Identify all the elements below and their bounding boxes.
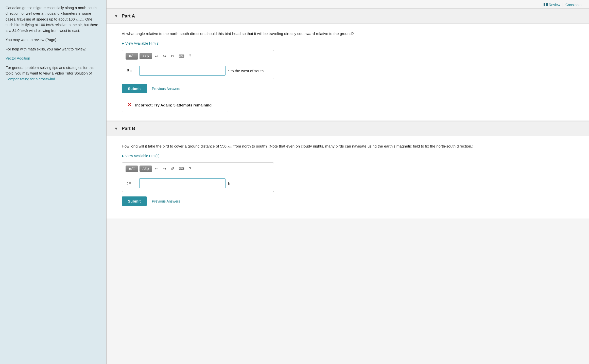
part-a-section: ▼ Part A At what angle relative to the n… — [107, 9, 589, 120]
part-b-submit-row: Submit Previous Answers — [122, 196, 574, 206]
part-b-math-template-icon: ■√□ — [129, 167, 135, 171]
math-template-icon: ■√□ — [129, 54, 135, 58]
help-text: For help with math skills, you may want … — [6, 46, 101, 52]
review-text: You may want to review (Page) . — [6, 37, 101, 43]
part-b-redo-icon: ↪ — [163, 167, 166, 171]
sidebar: Canadian geese migrate essentially along… — [0, 0, 107, 364]
review-icon — [544, 3, 548, 6]
part-b-answer-input[interactable] — [139, 178, 226, 188]
part-a-header[interactable]: ▼ Part A — [107, 9, 589, 24]
help-icon: ? — [189, 54, 191, 58]
part-b-collapse-arrow: ▼ — [114, 126, 118, 131]
redo-button[interactable]: ↪ — [161, 53, 168, 60]
problem-text: Canadian geese migrate essentially along… — [6, 5, 101, 33]
part-a-toolbar: ■√□ AΣφ ↩ ↪ ↺ — [122, 50, 274, 62]
keyboard-icon: ⌨ — [179, 54, 184, 58]
part-b-keyboard-button[interactable]: ⌨ — [177, 165, 186, 172]
part-a-hint-link[interactable]: ▶ View Available Hint(s) — [122, 41, 160, 45]
part-a-eq-label: θ = — [127, 68, 137, 73]
tip-text: For general problem-solving tips and str… — [6, 65, 101, 82]
math-template-button[interactable]: ■√□ — [126, 53, 138, 60]
part-b-symbol-icon: AΣφ — [143, 167, 149, 171]
part-b-math-template-button[interactable]: ■√□ — [126, 166, 138, 172]
part-a-eq-unit: ° to the west of south — [228, 69, 264, 73]
part-b-hint-link[interactable]: ▶ View Available Hint(s) — [122, 154, 160, 158]
vector-addition-link[interactable]: Vector Addition — [6, 56, 30, 60]
symbol-button[interactable]: AΣφ — [140, 53, 152, 59]
part-b-redo-button[interactable]: ↪ — [161, 165, 168, 172]
part-b-undo-icon: ↩ — [155, 167, 158, 171]
reset-button[interactable]: ↺ — [169, 53, 176, 60]
undo-button[interactable]: ↩ — [153, 53, 160, 60]
redo-icon: ↪ — [163, 54, 166, 58]
part-b-reset-button[interactable]: ↺ — [169, 165, 176, 172]
part-b-eq-label: t = — [127, 181, 137, 186]
keyboard-button[interactable]: ⌨ — [177, 53, 186, 60]
part-b-equation-row: t = h — [122, 175, 274, 192]
part-a-submit-row: Submit Previous Answers — [122, 84, 574, 93]
part-b-hint-label: View Available Hint(s) — [125, 154, 160, 158]
part-b-help-icon: ? — [189, 167, 191, 171]
review-link[interactable]: Review — [549, 3, 560, 7]
part-b-section: ▼ Part B How long will it take the bird … — [107, 121, 589, 219]
separator: | — [562, 3, 563, 7]
part-a-collapse-arrow: ▼ — [114, 14, 118, 19]
part-b-title: Part B — [122, 126, 135, 131]
help-button[interactable]: ? — [187, 53, 193, 60]
part-b-input-area: ■√□ AΣφ ↩ ↪ ↺ — [122, 162, 274, 192]
main-content: Review | Constants ▼ Part A At what angl… — [107, 0, 589, 364]
part-b-eq-unit: h — [228, 181, 230, 186]
part-b-question: How long will it take the bird to cover … — [122, 143, 574, 149]
part-b-header[interactable]: ▼ Part B — [107, 121, 589, 136]
undo-icon: ↩ — [155, 54, 158, 58]
error-icon: ✕ — [127, 102, 132, 108]
part-b-symbol-button[interactable]: AΣφ — [140, 166, 152, 172]
hint-arrow-icon: ▶ — [122, 42, 124, 45]
part-b-help-button[interactable]: ? — [187, 166, 193, 172]
part-a-question: At what angle relative to the north-sout… — [122, 31, 574, 37]
top-bar: Review | Constants — [107, 0, 589, 9]
crosswind-link[interactable]: Compensating for a crosswind — [6, 77, 55, 81]
part-b-prev-answers-link[interactable]: Previous Answers — [152, 199, 180, 203]
reset-icon: ↺ — [171, 54, 174, 58]
part-b-keyboard-icon: ⌨ — [179, 167, 184, 171]
svg-rect-1 — [546, 3, 548, 6]
constants-link[interactable]: Constants — [565, 3, 581, 7]
part-b-submit-button[interactable]: Submit — [122, 196, 147, 206]
svg-rect-0 — [544, 3, 545, 6]
part-b-hint-arrow-icon: ▶ — [122, 154, 124, 158]
symbol-icon: AΣφ — [143, 54, 149, 58]
part-a-error-box: ✕ Incorrect; Try Again; 5 attempts remai… — [122, 98, 228, 112]
part-b-reset-icon: ↺ — [171, 167, 174, 171]
error-text: Incorrect; Try Again; 5 attempts remaini… — [135, 103, 212, 107]
part-a-answer-input[interactable] — [139, 66, 226, 76]
part-b-undo-button[interactable]: ↩ — [153, 165, 160, 172]
hint-label: View Available Hint(s) — [125, 41, 160, 45]
part-b-body: How long will it take the bird to cover … — [107, 136, 589, 219]
part-a-equation-row: θ = ° to the west of south — [122, 62, 274, 79]
part-a-body: At what angle relative to the north-sout… — [107, 24, 589, 120]
part-a-title: Part A — [122, 13, 135, 19]
part-a-prev-answers-link[interactable]: Previous Answers — [152, 87, 180, 91]
part-a-input-area: ■√□ AΣφ ↩ ↪ ↺ — [122, 50, 274, 79]
part-a-submit-button[interactable]: Submit — [122, 84, 147, 93]
part-b-toolbar: ■√□ AΣφ ↩ ↪ ↺ — [122, 163, 274, 175]
